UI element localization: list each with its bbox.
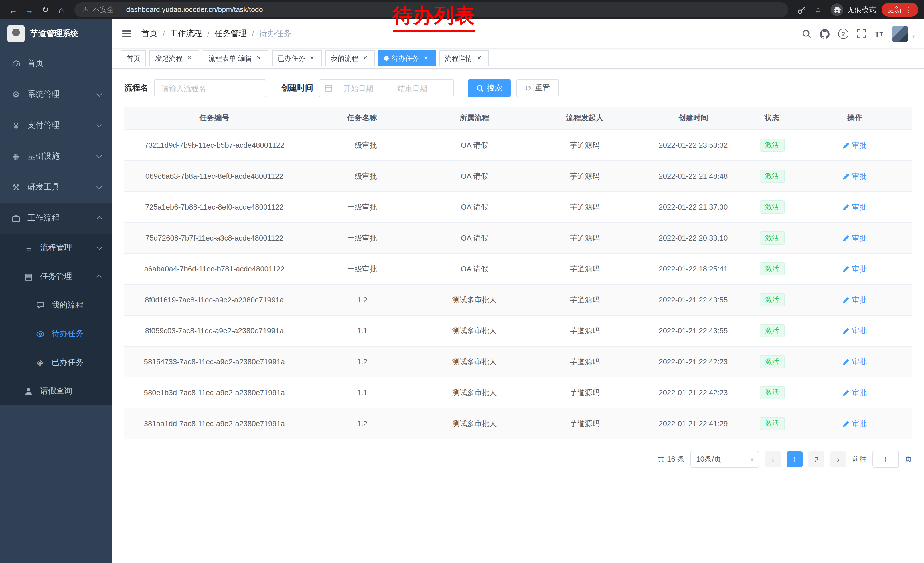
breadcrumb-item-home[interactable]: 首页 (141, 29, 158, 39)
sidebar-item-task-mgmt[interactable]: ▤ 任务管理 (0, 262, 112, 291)
sidebar-item-workflow[interactable]: 工作流程 (0, 203, 112, 234)
tab-process-form-edit[interactable]: 流程表单-编辑 × (202, 50, 268, 66)
incognito-label: 无痕模式 (847, 5, 876, 15)
fullscreen-icon[interactable] (857, 29, 866, 38)
sidebar-item-process-mgmt[interactable]: ≡ 流程管理 (0, 234, 112, 262)
approve-link[interactable]: 审批 (843, 418, 867, 429)
cell-task-name: 1.2 (305, 284, 419, 315)
tags-view: 首页 发起流程 × 流程表单-编辑 × 已办任务 × 我的流程 × (112, 49, 924, 69)
breadcrumb-item-task-mgmt[interactable]: 任务管理 (214, 29, 247, 39)
process-name-label: 流程名 (124, 83, 148, 93)
sidebar-item-system-mgmt[interactable]: ⚙ 系统管理 (0, 79, 112, 110)
tab-label: 流程详情 (445, 54, 472, 63)
close-icon[interactable]: × (422, 54, 430, 62)
cell-create-time: 2022-01-22 21:37:30 (640, 192, 747, 222)
sidebar-item-leave-query[interactable]: 请假查询 (0, 377, 112, 405)
github-icon[interactable] (819, 29, 829, 39)
close-icon[interactable]: × (255, 54, 263, 62)
page-button-1[interactable]: 1 (787, 451, 802, 467)
approve-link-label: 审批 (852, 140, 867, 150)
tab-initiate-process[interactable]: 发起流程 × (149, 50, 199, 66)
end-date-input[interactable] (389, 83, 436, 93)
approve-link[interactable]: 审批 (843, 295, 867, 305)
approve-link-label: 审批 (852, 264, 867, 274)
cell-starter: 芋道源码 (530, 161, 640, 192)
tab-done-tasks[interactable]: 已办任务 × (272, 50, 322, 66)
approve-link[interactable]: 审批 (843, 264, 867, 274)
sidebar-item-label: 待办任务 (51, 329, 84, 339)
breadcrumb: 首页 / 工作流程 / 任务管理 / 待办任务 (141, 29, 291, 39)
column-header-process: 所属流程 (419, 107, 530, 130)
search-icon[interactable] (802, 29, 811, 38)
tab-label: 首页 (126, 54, 140, 63)
page-button-2[interactable]: 2 (808, 451, 824, 467)
approve-link[interactable]: 审批 (843, 171, 867, 181)
tab-todo-tasks[interactable]: 待办任务 × (378, 50, 436, 66)
status-badge: 激活 (759, 417, 784, 430)
page-size-select[interactable]: 10条/页 ▾ (690, 451, 759, 468)
sidebar-item-infrastructure[interactable]: ▦ 基础设施 (0, 141, 112, 172)
address-divider (120, 6, 120, 14)
close-icon[interactable]: × (308, 54, 316, 62)
update-label: 更新 (887, 5, 902, 15)
sidebar-item-my-process[interactable]: 我的流程 (0, 291, 112, 320)
help-icon[interactable]: ? (838, 29, 848, 39)
cell-create-time: 2022-01-21 22:42:23 (640, 346, 747, 377)
app-frame: 芋道管理系统 首页 ⚙ 系统管理 ¥ 支付管理 (0, 20, 924, 563)
approve-link[interactable]: 审批 (843, 202, 867, 212)
approve-link[interactable]: 审批 (843, 326, 867, 336)
home-button[interactable]: ⌂ (54, 2, 69, 17)
cell-starter: 芋道源码 (530, 408, 640, 439)
cell-task-id: 58154733-7ac8-11ec-a9e2-a2380e71991a (124, 346, 305, 377)
tab-home[interactable]: 首页 (121, 50, 146, 66)
goto-page-input[interactable] (873, 451, 899, 468)
table-row: 8f059c03-7ac8-11ec-a9e2-a2380e71991a 1.1… (124, 315, 912, 346)
sidebar-item-todo-tasks[interactable]: 待办任务 (0, 320, 112, 348)
sidebar-item-label: 系统管理 (27, 89, 60, 100)
search-button[interactable]: 搜索 (468, 79, 511, 98)
update-button[interactable]: 更新 ⋮ (882, 3, 918, 17)
cell-starter: 芋道源码 (530, 192, 640, 222)
sidebar-item-payment-mgmt[interactable]: ¥ 支付管理 (0, 110, 112, 141)
process-name-input[interactable] (154, 79, 266, 98)
close-icon[interactable]: × (475, 54, 483, 62)
reload-button[interactable]: ↻ (38, 2, 52, 17)
tab-process-detail[interactable]: 流程详情 × (439, 50, 489, 66)
column-header-status: 状态 (747, 107, 798, 130)
reset-button[interactable]: ↺ 重置 (516, 79, 558, 98)
approve-link[interactable]: 审批 (843, 357, 867, 367)
status-badge: 激活 (759, 355, 784, 368)
date-range-picker[interactable]: - (319, 79, 454, 98)
back-button[interactable]: ← (6, 2, 21, 17)
avatar[interactable] (892, 26, 908, 42)
cell-task-name: 一级审批 (305, 192, 419, 222)
cell-process: OA 请假 (419, 130, 530, 161)
next-page-button[interactable]: › (830, 451, 846, 467)
star-icon[interactable]: ☆ (814, 5, 822, 14)
chevron-down-icon[interactable]: ▾ (912, 33, 915, 39)
forward-button[interactable]: → (22, 2, 37, 17)
browser-menu-icon[interactable]: ⋮ (905, 6, 912, 14)
approve-link[interactable]: 审批 (843, 387, 867, 398)
sidebar-item-done-tasks[interactable]: ◈ 已办任务 (0, 348, 112, 377)
sidebar-item-dev-tools[interactable]: ⚒ 研发工具 (0, 172, 112, 203)
start-date-input[interactable] (335, 83, 382, 93)
address-bar[interactable]: ⚠ 不安全 dashboard.yudao.iocoder.cn/bpm/tas… (74, 2, 789, 17)
sidebar-item-label: 首页 (27, 59, 44, 69)
monitor-icon: ▦ (10, 151, 22, 162)
cell-task-name: 一级审批 (305, 254, 419, 284)
chevron-down-icon (96, 91, 102, 96)
cell-task-name: 1.1 (305, 377, 419, 408)
sidebar-item-home[interactable]: 首页 (0, 48, 112, 79)
approve-link[interactable]: 审批 (843, 140, 867, 150)
key-icon[interactable] (798, 6, 806, 14)
font-size-icon[interactable]: TT (874, 29, 884, 39)
close-icon[interactable]: × (186, 54, 194, 62)
prev-page-button[interactable]: ‹ (765, 451, 781, 467)
close-icon[interactable]: × (361, 54, 369, 62)
breadcrumb-item-workflow[interactable]: 工作流程 (170, 29, 202, 39)
app-logo[interactable]: 芋道管理系统 (0, 20, 112, 48)
approve-link[interactable]: 审批 (843, 233, 867, 243)
tab-my-process[interactable]: 我的流程 × (325, 50, 375, 66)
sidebar-toggle-button[interactable] (121, 28, 132, 39)
